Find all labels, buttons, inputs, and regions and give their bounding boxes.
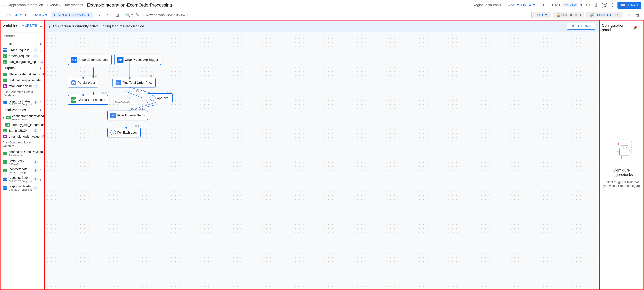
zoom-icon: 🔍 [125, 12, 130, 18]
persist-icon [71, 80, 76, 86]
breadcrumb-integrations[interactable]: Integrations [65, 3, 83, 7]
var-menu-icon[interactable]: ⋮ [39, 160, 42, 164]
version-caret-icon: ▼ [532, 3, 536, 7]
var-subtitle: Persist order [9, 154, 43, 157]
config-pane-header: Configuration panel 📌 → [600, 20, 644, 35]
filter-icon [110, 112, 116, 118]
node-id: ID:4 [134, 125, 139, 128]
var-count: 0 [34, 54, 38, 58]
node-label: For Each Loop [117, 131, 138, 134]
list-item: UI orders_request 0 ⋮ [0, 53, 44, 59]
var-count: 2 [41, 135, 45, 138]
chat-button[interactable]: 💬 [601, 2, 608, 8]
test-button[interactable]: TEST ▼ [532, 12, 551, 18]
learn-label: LEARN [626, 3, 638, 7]
pin-icon[interactable]: 📌 [633, 26, 637, 30]
inputs-section-header[interactable]: Inputs ▲ [0, 40, 44, 47]
back-button[interactable]: ← [3, 2, 8, 8]
list-item: ▶ UI connectorInputPayload Persist order… [0, 113, 44, 122]
var-menu-icon[interactable]: ⋮ [39, 178, 42, 181]
share-button[interactable]: ↗ [626, 11, 633, 19]
layout-button[interactable]: ⊞ [114, 11, 121, 19]
local-vars-section-header[interactable]: Local Variables ▲ [0, 106, 44, 113]
canvas-svg [45, 32, 599, 290]
list-item: UI isApproved Approval 1 ⋮ [0, 158, 44, 166]
outputs-section-header[interactable]: Outputs ▲ [0, 65, 44, 72]
designer-canvas[interactable]: ℹ This version is currently active. Edit… [45, 20, 599, 290]
node-persist-order[interactable]: ID:6 Persist order [68, 78, 98, 88]
create-variable-button[interactable]: + CREATE [21, 23, 38, 28]
var-menu-icon[interactable]: ⋮ [39, 169, 42, 172]
templates-button[interactable]: TEMPLATES PREVIEW ▼ [51, 12, 93, 18]
var-name: SampleJSON [9, 129, 32, 132]
collapse-pane-button[interactable]: ≡ [40, 24, 42, 28]
node-find-total-order-price[interactable]: ID:1 Find Total Order Price [112, 78, 156, 88]
tasks-button[interactable]: TASKS ▼ [30, 12, 50, 18]
node-call-rest-endpoint[interactable]: ID:5 REST Call REST Endpoint [68, 95, 108, 105]
settings-button[interactable]: ⚙ [584, 2, 591, 8]
canvas-notice-banner: ℹ This version is currently active. Edit… [45, 20, 599, 32]
var-badge-d: D [2, 84, 8, 88]
breadcrumb-sep-1: / [44, 3, 46, 8]
var-subtitle: Persist order [12, 118, 44, 121]
tasks-caret-icon: ▼ [44, 13, 48, 17]
node-label: Approval [157, 96, 169, 100]
toolbar-separator-1 [95, 13, 95, 18]
canvas-content[interactable]: API ReportExternalOrders API OrderProces… [45, 32, 599, 290]
zoom-button[interactable]: 🔍 ▼ [126, 11, 133, 19]
version-button[interactable]: ● VERSION 24 ▼ [506, 2, 538, 8]
info-button[interactable]: ℹ [593, 2, 600, 8]
var-subtitle: For Each Loop [9, 171, 32, 174]
canvas-toggle[interactable]: New canvas view PREVIEW [143, 12, 188, 18]
config-msg-sub: Select trigger or task that you would li… [603, 180, 640, 188]
var-menu-icon[interactable]: ⋮ [39, 48, 42, 52]
config-pane-title: Configuration panel [602, 23, 633, 32]
var-count: 1 [40, 60, 44, 64]
breadcrumb-app-integration[interactable]: Application Integration [9, 3, 43, 7]
learn-button[interactable]: 📖 LEARN [618, 2, 641, 8]
connections-overlay [45, 32, 599, 290]
node-filter-external-items[interactable]: ID:3 Filter External Items [107, 110, 148, 120]
redo-button[interactable]: ↪ [105, 11, 113, 19]
preview-badge[interactable]: PREVIEW [562, 3, 578, 7]
var-menu-icon[interactable]: ⋮ [39, 129, 42, 132]
var-menu-icon[interactable]: ⋮ [39, 54, 42, 58]
svg-point-29 [618, 143, 619, 145]
node-id: ID:1 [150, 75, 154, 78]
var-badge-ui: UI [5, 123, 10, 126]
unpublish-icon: 🔓 [556, 13, 561, 17]
unpublish-button[interactable]: 🔓 UNPUBLISH [553, 12, 584, 18]
edit-button[interactable]: ✎ [134, 11, 141, 19]
node-label: Find Total Order Price [122, 81, 152, 84]
var-menu-icon[interactable]: ⋮ [39, 101, 42, 104]
delete-button[interactable]: 🗑 [634, 11, 641, 19]
unpublish-label: UNPUBLISH [561, 13, 581, 17]
undo-button[interactable]: ↩ [97, 11, 104, 19]
outputs-label: Outputs [2, 66, 15, 70]
inputs-label: Inputs [2, 42, 12, 46]
svg-rect-22 [621, 145, 628, 150]
var-menu-icon[interactable]: ⋮ [39, 186, 42, 190]
node-approval[interactable]: ID:2 Approval [147, 93, 173, 103]
node-report-external-orders[interactable]: API ReportExternalOrders [68, 54, 112, 65]
page-title: ExampleIntegration-EcomOrderProcessing [87, 2, 172, 8]
list-item: D threshold_order_value 2 ⋮ [0, 134, 44, 140]
var-badge-ui: UI [2, 78, 8, 82]
triggers-button[interactable]: TRIGGERS ▼ [3, 12, 30, 18]
var-subtitle: Approval [9, 162, 32, 165]
expand-icon[interactable]: ▶ [2, 116, 5, 119]
node-order-process-api-trigger[interactable]: API OrderProcessApiTrigger [114, 54, 161, 65]
close-config-icon[interactable]: → [638, 26, 642, 30]
breadcrumb-overview[interactable]: Overview [47, 3, 61, 7]
search-input[interactable] [4, 34, 45, 38]
more-button[interactable]: ⋮ [609, 2, 616, 8]
var-menu-icon[interactable]: ⋮ [40, 84, 43, 88]
go-to-draft-button[interactable]: GO TO DRAFT [567, 23, 595, 30]
connections-button[interactable]: 🔗 CONNECTIONS [586, 12, 623, 18]
version-label: VERSION 24 [511, 3, 531, 7]
breadcrumb-sep-2: / [62, 3, 64, 8]
edge-label-total-order-va-1: TotalOrderVa... [130, 89, 150, 93]
edge-label-total-order-va-2: TotalOrderVa.... [113, 100, 134, 104]
node-for-each-loop[interactable]: ID:4 For Each Loop [107, 128, 141, 138]
list-item: UI loopMetadata For Each Loop 1 ⋮ [0, 166, 44, 175]
